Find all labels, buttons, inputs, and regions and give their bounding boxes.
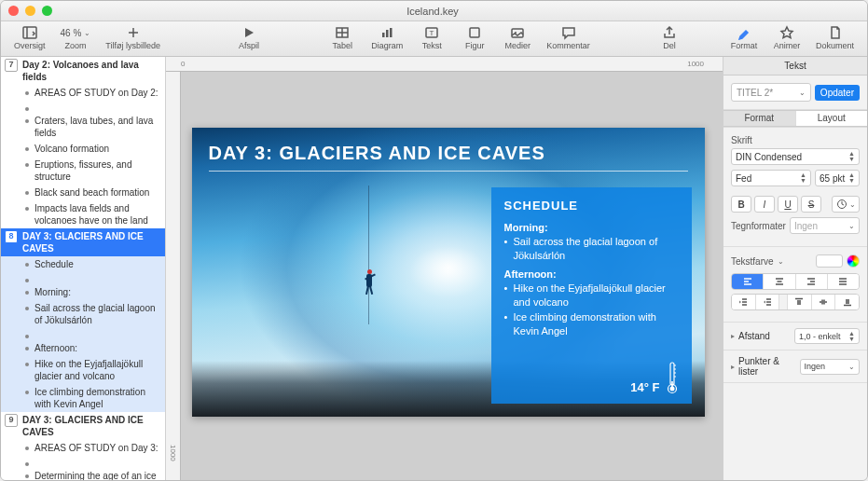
outline-bullet[interactable]: Sail across the glacial lagoon of Jökuls… bbox=[1, 300, 165, 328]
table-button[interactable]: Tabel bbox=[323, 23, 362, 52]
color-picker-button[interactable] bbox=[847, 254, 860, 268]
italic-button[interactable]: I bbox=[754, 196, 775, 213]
bullet-dot-icon bbox=[25, 462, 29, 466]
svg-rect-48 bbox=[821, 300, 825, 305]
align-center-button[interactable] bbox=[764, 274, 795, 289]
align-left-button[interactable] bbox=[732, 274, 764, 289]
outline-sidebar[interactable]: 7Day 2: Volcanoes and lava fieldsAREAS O… bbox=[1, 57, 166, 480]
tab-format[interactable]: Format bbox=[723, 111, 796, 126]
font-style-select[interactable]: Fed ▲▼ bbox=[731, 170, 811, 186]
add-slide-button[interactable]: Tilføj lysbillede bbox=[100, 23, 166, 52]
text-color-options-icon[interactable]: ⌄ bbox=[778, 257, 784, 266]
text-color-swatch[interactable] bbox=[816, 254, 843, 268]
slide-title[interactable]: DAY 3: GLACIERS AND ICE CAVES bbox=[209, 143, 688, 164]
outline-bullet[interactable]: Eruptions, fissures, and structure bbox=[1, 157, 165, 185]
tab-layout[interactable]: Layout bbox=[796, 111, 868, 126]
share-button[interactable]: Del bbox=[650, 23, 689, 52]
table-label: Tabel bbox=[332, 41, 352, 50]
svg-marker-4 bbox=[245, 28, 254, 37]
outline-bullet[interactable]: Afternoon: bbox=[1, 340, 165, 356]
outline-slide-title[interactable]: 9DAY 3: GLACIERS AND ICE CAVES bbox=[1, 412, 165, 440]
canvas-area[interactable]: 0 1000 1000 DAY 3: GLACIERS AND ICE CAVE… bbox=[166, 57, 723, 480]
toolbar: Oversigt 46 %⌄ Zoom Tilføj lysbillede Af… bbox=[1, 21, 867, 57]
ruler-mark: 1000 bbox=[687, 60, 704, 68]
char-styles-select[interactable]: Ingen⌄ bbox=[790, 217, 860, 234]
valign-middle-button[interactable] bbox=[812, 295, 836, 309]
underline-button[interactable]: U bbox=[778, 196, 798, 213]
bullet-dot-icon bbox=[25, 91, 29, 95]
slide[interactable]: DAY 3: GLACIERS AND ICE CAVES SCHEDULE M… bbox=[192, 128, 705, 417]
format-panel-button[interactable]: Format bbox=[724, 23, 764, 52]
outline-bullet[interactable] bbox=[1, 328, 165, 340]
bullets-row[interactable]: ▸ Punkter & lister Ingen⌄ bbox=[723, 350, 867, 383]
view-button[interactable]: Oversigt bbox=[8, 23, 51, 52]
play-button[interactable]: Afspil bbox=[229, 23, 269, 52]
media-button[interactable]: Medier bbox=[498, 23, 537, 52]
paragraph-style-select[interactable]: TITEL 2*⌄ bbox=[731, 83, 811, 102]
font-family-select[interactable]: DIN Condensed ▲▼ bbox=[731, 148, 860, 165]
outline-bullet[interactable]: Schedule bbox=[1, 256, 165, 272]
media-label: Medier bbox=[504, 41, 530, 50]
char-styles-value: Ingen bbox=[794, 221, 818, 231]
outline-bullet[interactable]: AREAS OF STUDY on Day 2: bbox=[1, 85, 165, 101]
morning-label: Morning: bbox=[504, 222, 679, 233]
document-panel-button[interactable]: Dokument bbox=[810, 23, 860, 52]
outline-slide-title[interactable]: 8DAY 3: GLACIERS AND ICE CAVES bbox=[1, 228, 165, 256]
outline-bullet[interactable] bbox=[1, 272, 165, 284]
align-justify-button[interactable] bbox=[828, 274, 859, 289]
title-underline bbox=[209, 171, 688, 172]
outline-bullet[interactable] bbox=[1, 456, 165, 468]
inspector-title: Tekst bbox=[723, 57, 867, 76]
outline-bullet[interactable]: Impacts lava fields and volcanoes have o… bbox=[1, 200, 165, 228]
outline-bullet[interactable]: Craters, lava tubes, and lava fields bbox=[1, 113, 165, 141]
animate-label: Animer bbox=[774, 41, 801, 50]
update-style-button[interactable]: Opdater bbox=[815, 85, 860, 101]
font-size-field[interactable]: 65 pkt ▲▼ bbox=[815, 170, 860, 186]
outline-bullet[interactable]: Morning: bbox=[1, 284, 165, 300]
indent-button[interactable] bbox=[756, 295, 780, 309]
bullet-dot-icon bbox=[25, 335, 29, 338]
bullets-select[interactable]: Ingen⌄ bbox=[800, 359, 860, 375]
document-label: Dokument bbox=[816, 41, 854, 50]
outline-bullet[interactable]: Ice climbing demonstration with Kevin An… bbox=[1, 384, 165, 412]
outline-bullet[interactable]: Determining the age of an ice cave bbox=[1, 468, 165, 480]
outline-bullet[interactable]: Black sand beach formation bbox=[1, 185, 165, 200]
align-right-button[interactable] bbox=[796, 274, 828, 289]
spacing-row[interactable]: ▸ Afstand 1,0 - enkelt ▲▼ bbox=[723, 323, 867, 350]
strikethrough-button[interactable]: S bbox=[801, 196, 821, 213]
spacing-select[interactable]: 1,0 - enkelt ▲▼ bbox=[794, 328, 860, 344]
schedule-item: Sail across the glacial lagoon of Jökuls… bbox=[504, 235, 679, 263]
inspector-panel: Tekst TITEL 2*⌄ Opdater Format Layout Sk… bbox=[723, 57, 867, 480]
comment-button[interactable]: Kommentar bbox=[541, 23, 596, 52]
animate-panel-button[interactable]: Animer bbox=[767, 23, 806, 52]
bullet-dot-icon bbox=[25, 207, 29, 211]
outline-bullet-text: Impacts lava fields and volcanoes have o… bbox=[34, 202, 159, 227]
valign-bottom-button[interactable] bbox=[835, 295, 859, 309]
shape-button[interactable]: Figur bbox=[455, 23, 494, 52]
outline-slide-title[interactable]: 7Day 2: Volcanoes and lava fields bbox=[1, 57, 165, 85]
outline-bullet[interactable]: Hike on the Eyjafjallajökull glacier and… bbox=[1, 356, 165, 384]
chart-button[interactable]: Diagram bbox=[365, 23, 408, 52]
ruler-mark: 1000 bbox=[169, 445, 177, 461]
outdent-button[interactable] bbox=[732, 295, 756, 309]
zoom-control[interactable]: 46 %⌄ Zoom bbox=[55, 23, 97, 52]
spacing-label: Afstand bbox=[738, 331, 770, 341]
outline-bullet[interactable] bbox=[1, 101, 165, 113]
slide-number-badge: 9 bbox=[5, 414, 18, 427]
comment-label: Kommentar bbox=[546, 41, 590, 50]
schedule-item: Ice climbing demonstration with Kevin An… bbox=[504, 310, 679, 338]
valign-top-button[interactable] bbox=[788, 295, 812, 309]
outline-bullet-text: AREAS OF STUDY on Day 3: bbox=[34, 442, 159, 454]
afternoon-list: Hike on the Eyjafjallajökull glacier and… bbox=[504, 282, 679, 338]
bullet-dot-icon bbox=[25, 163, 29, 167]
outline-bullet[interactable]: Volcano formation bbox=[1, 141, 165, 157]
outline-title-text: DAY 3: GLACIERS AND ICE CAVES bbox=[22, 230, 159, 254]
outline-title-text: DAY 3: GLACIERS AND ICE CAVES bbox=[22, 414, 159, 438]
text-button[interactable]: T Tekst bbox=[412, 23, 451, 52]
schedule-text-box[interactable]: SCHEDULE Morning: Sail across the glacia… bbox=[491, 187, 692, 404]
bold-button[interactable]: B bbox=[731, 196, 751, 213]
advanced-font-button[interactable]: ⌄ bbox=[832, 196, 860, 213]
svg-rect-19 bbox=[671, 381, 673, 389]
char-styles-label: Tegnformater bbox=[731, 221, 786, 231]
outline-bullet[interactable]: AREAS OF STUDY on Day 3: bbox=[1, 440, 165, 456]
